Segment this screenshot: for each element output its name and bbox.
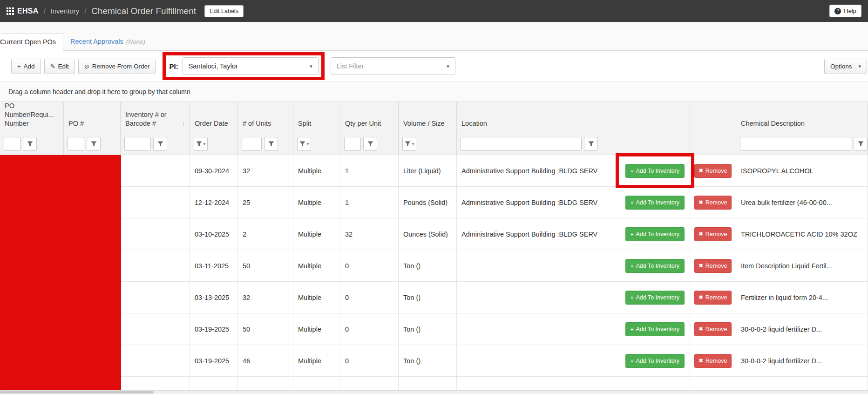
options-button[interactable]: Options ▾ [824,59,867,74]
cell-chemical-description: 30-0-0-2 liquid fertilizer D... [736,345,868,376]
add-to-inventory-button[interactable]: + Add To Inventory [625,259,685,273]
remove-button[interactable]: ✖ Remove [694,291,732,305]
cell-units: 50 [238,250,293,281]
tab-current-open-pos[interactable]: Current Open POs [0,33,63,51]
add-to-inventory-button[interactable]: + Add To Inventory [625,354,685,368]
cell-order-date: 03-11-2025 [190,250,238,281]
header-inventory-barcode[interactable]: Inventory # or Barcode # ↑ [121,102,190,133]
edit-labels-button[interactable]: Edit Labels [204,5,244,17]
header-qty-per-unit[interactable]: Qty per Unit [340,102,399,133]
filter-input-chemical-description[interactable] [740,137,851,151]
top-bar: EHSA / Inventory / Chemical Order Fulfil… [0,0,868,22]
filter-funnel-button[interactable]: ▾ [297,137,311,151]
cell-qty-per-unit: 1 [340,187,399,218]
table-row[interactable]: 03-19-2025 50 Multiple 0 Ton () + Add To… [0,313,868,345]
edit-button[interactable]: ✎ Edit [44,59,75,74]
help-button[interactable]: ? Help [829,5,861,17]
chevron-down-icon: ▾ [447,63,449,69]
tab-recent-approvals-count: (None) [126,38,145,45]
cell-add-action: + Add To Inventory [620,218,690,250]
remove-button[interactable]: ✖ Remove [694,227,732,241]
tab-recent-approvals[interactable]: Recent Approvals (None) [63,33,152,50]
filter-funnel-button[interactable]: ▾ [194,137,208,151]
filter-funnel-button[interactable] [584,137,598,151]
table-row[interactable]: 03-19-2025 46 Multiple 0 Ton () + Add To… [0,345,868,377]
cell-add-action: + Add To Inventory [620,187,690,218]
horizontal-scrollbar-thumb[interactable] [0,391,154,394]
cell-split: Multiple [293,313,340,345]
toolbar: + Add ✎ Edit ⊘ Remove From Order PI: San… [0,51,868,82]
table-row[interactable]: 03-10-2025 2 Multiple 32 Ounces (Solid) … [0,218,868,250]
brand-wrap[interactable]: EHSA [7,7,39,15]
table-row[interactable]: 09-30-2024 32 Multiple 1 Liter (Liquid) … [0,155,868,187]
add-to-inventory-button[interactable]: + Add To Inventory [625,322,685,336]
remove-button[interactable]: ✖ Remove [694,354,732,368]
filter-input-units[interactable] [242,137,262,151]
filter-funnel-button[interactable] [363,137,377,151]
filter-funnel-button[interactable] [87,137,101,151]
chevron-down-icon: ▾ [858,63,861,69]
group-by-bar[interactable]: Drag a column header and drop it here to… [0,82,868,102]
filter-input-qty-per-unit[interactable] [344,137,361,151]
filter-cell-chemical-description [736,133,868,155]
add-to-inventory-button[interactable]: + Add To Inventory [625,291,685,305]
cell-remove-action: ✖ Remove [690,345,736,376]
filter-input-po[interactable] [68,137,84,151]
header-units[interactable]: # of Units [238,102,293,133]
horizontal-scrollbar[interactable] [0,390,868,394]
pi-dropdown[interactable]: Santaloci, Taylor ▾ [183,57,319,75]
header-volume-size[interactable]: Volume / Size [399,102,457,133]
filter-input-location[interactable] [461,137,582,151]
filter-cell-po-number [0,133,64,155]
cell-order-date: 03-10-2025 [190,218,238,250]
filter-input-po-number[interactable] [4,137,20,151]
group-by-hint: Drag a column header and drop it here to… [8,88,190,95]
breadcrumb-inventory[interactable]: Inventory [51,7,80,15]
cell-order-date: 12-12-2024 [190,187,238,218]
filter-funnel-button[interactable] [153,137,167,151]
filter-funnel-button[interactable]: ▾ [402,137,416,151]
header-split[interactable]: Split [293,102,340,133]
pi-label: PI: [169,62,178,70]
plus-icon: + [631,263,633,269]
filter-cell-location [457,133,620,155]
cell-chemical-description: Item Description Liquid Fertil... [736,250,868,281]
filter-funnel-button[interactable] [23,137,37,151]
remove-from-order-button[interactable]: ⊘ Remove From Order [78,59,156,74]
cell-volume-size: Liter (Liquid) [399,155,457,186]
add-to-inventory-button[interactable]: + Add To Inventory [625,196,685,210]
cell-inventory-barcode [121,313,190,345]
cell-remove-action: ✖ Remove [690,155,736,186]
cell-location [457,345,620,376]
cell-location: Administrative Support Building :BLDG SE… [457,155,620,186]
table-row[interactable]: 03-11-2025 50 Multiple 0 Ton () + Add To… [0,250,868,282]
chevron-down-icon: ▾ [310,63,312,69]
table-row[interactable]: 03-13-2025 32 Multiple 0 Ton () + Add To… [0,282,868,313]
cell-inventory-barcode [121,218,190,250]
filter-funnel-button[interactable] [854,137,868,151]
help-icon: ? [834,8,841,14]
header-po-number[interactable]: PO Number/Requi... Number [0,102,64,133]
table-row[interactable]: 12-12-2024 25 Multiple 1 Pounds (Solid) … [0,187,868,218]
remove-button[interactable]: ✖ Remove [694,196,732,210]
filter-input-inventory-barcode[interactable] [124,137,151,151]
remove-button[interactable]: ✖ Remove [694,322,732,336]
remove-button[interactable]: ✖ Remove [694,164,732,178]
add-button[interactable]: + Add [11,59,41,74]
filter-funnel-button[interactable] [264,137,278,151]
list-filter-dropdown[interactable]: List Filter ▾ [331,57,455,75]
cell-chemical-description: TRICHLOROACETIC ACID 10% 32OZ [736,218,868,250]
funnel-icon [196,141,202,147]
chevron-down-icon: ▾ [203,142,206,146]
add-to-inventory-button[interactable]: + Add To Inventory [625,164,685,178]
header-po[interactable]: PO # [64,102,121,133]
plus-icon: + [631,326,633,332]
header-order-date[interactable]: Order Date [190,102,238,133]
add-to-inventory-button[interactable]: + Add To Inventory [625,227,685,241]
cell-chemical-description: Fertilizer in liquid form 20-4... [736,282,868,313]
header-chemical-description[interactable]: Chemical Description [736,102,868,133]
header-location[interactable]: Location [457,102,620,133]
cell-volume-size: Ton () [399,282,457,313]
cell-volume-size: Ton () [399,250,457,281]
remove-button[interactable]: ✖ Remove [694,259,732,273]
